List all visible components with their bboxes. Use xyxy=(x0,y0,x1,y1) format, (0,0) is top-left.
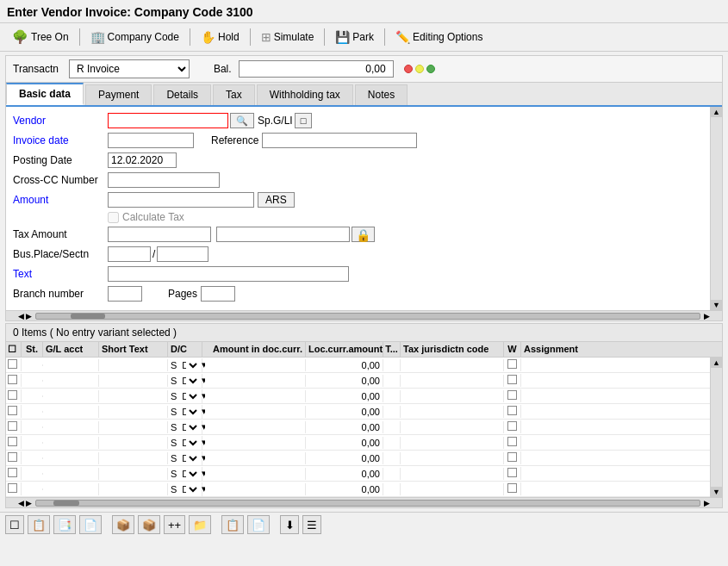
table-scroll-down-button[interactable]: ▼ xyxy=(711,487,722,497)
row-t-3[interactable] xyxy=(383,390,401,402)
row-short-8[interactable] xyxy=(99,468,168,480)
row-checkbox-8[interactable] xyxy=(6,467,22,480)
bal-input[interactable] xyxy=(239,60,394,78)
row-amt-7[interactable] xyxy=(202,452,306,464)
row-t-2[interactable] xyxy=(383,375,401,387)
h-scroll-left[interactable]: ◀ xyxy=(18,312,24,320)
row-w-8[interactable] xyxy=(504,467,521,480)
row-checkbox-1[interactable] xyxy=(6,358,22,371)
row-short-4[interactable] xyxy=(99,406,168,418)
amount-input[interactable] xyxy=(108,192,254,208)
reference-input[interactable] xyxy=(262,133,417,148)
table-h-scroll-left[interactable]: ◀ xyxy=(18,499,24,507)
row-t-4[interactable] xyxy=(383,406,401,418)
row-assign-3[interactable] xyxy=(521,390,710,402)
row-checkbox-7[interactable] xyxy=(6,451,22,464)
row-short-7[interactable] xyxy=(99,452,168,464)
row-tax-6[interactable] xyxy=(401,437,504,449)
table-h-scroll-end[interactable]: ▶ xyxy=(704,499,710,507)
row-amt-4[interactable] xyxy=(202,406,306,418)
tax-code-input[interactable] xyxy=(216,227,350,242)
row-tax-2[interactable] xyxy=(401,375,504,387)
row-w-3[interactable] xyxy=(504,389,521,402)
bottom-btn-8[interactable]: 📁 xyxy=(189,515,211,534)
row-t-7[interactable] xyxy=(383,452,401,464)
row-amt-5[interactable] xyxy=(202,421,306,433)
row-tax-3[interactable] xyxy=(401,390,504,402)
row-gl-4[interactable] xyxy=(43,406,99,418)
bottom-btn-5[interactable]: 📦 xyxy=(112,515,134,534)
bus-place-input[interactable] xyxy=(108,246,151,262)
row-short-9[interactable] xyxy=(99,483,168,495)
bottom-btn-12[interactable]: ☰ xyxy=(302,515,321,534)
row-w-6[interactable] xyxy=(504,436,521,449)
table-horizontal-scrollbar[interactable]: ◀ ▶ ▶ xyxy=(6,497,722,507)
row-tax-9[interactable] xyxy=(401,483,504,495)
row-t-5[interactable] xyxy=(383,421,401,433)
tax-amount-input[interactable] xyxy=(108,227,211,242)
row-gl-2[interactable] xyxy=(43,375,99,387)
row-gl-6[interactable] xyxy=(43,437,99,449)
row-dc-1[interactable]: S De_De_ ▾ xyxy=(168,358,202,372)
row-dc-9[interactable]: S De_ ▾ xyxy=(168,482,202,496)
row-w-1[interactable] xyxy=(504,358,521,371)
row-tax-5[interactable] xyxy=(401,421,504,433)
row-t-9[interactable] xyxy=(383,483,401,495)
sp-gl-lookup-button[interactable]: 🔍 xyxy=(230,113,254,128)
text-input[interactable] xyxy=(108,266,349,282)
row-checkbox-6[interactable] xyxy=(6,436,22,449)
row-tax-4[interactable] xyxy=(401,406,504,418)
tab-withholding-tax[interactable]: Withholding tax xyxy=(257,84,353,105)
row-short-2[interactable] xyxy=(99,375,168,387)
row-gl-5[interactable] xyxy=(43,421,99,433)
lock-button[interactable]: 🔒 xyxy=(352,227,375,242)
row-short-3[interactable] xyxy=(99,390,168,402)
table-h-scroll-right[interactable]: ▶ xyxy=(26,499,32,507)
currency-button[interactable]: ARS xyxy=(258,192,295,208)
row-short-1[interactable] xyxy=(99,359,168,371)
h-scroll-right[interactable]: ▶ xyxy=(26,312,32,320)
row-w-9[interactable] xyxy=(504,482,521,495)
bottom-btn-11[interactable]: ⬇ xyxy=(280,515,299,534)
scroll-down-button[interactable]: ▼ xyxy=(711,300,722,310)
row-gl-8[interactable] xyxy=(43,468,99,480)
row-gl-1[interactable] xyxy=(43,359,99,371)
row-checkbox-3[interactable] xyxy=(6,389,22,402)
sp-gl-action-button[interactable]: □ xyxy=(295,113,313,128)
row-assign-9[interactable] xyxy=(521,483,710,495)
table-scroll-up-button[interactable]: ▲ xyxy=(711,358,722,368)
row-assign-5[interactable] xyxy=(521,421,710,433)
branch-number-input[interactable] xyxy=(108,286,142,302)
invoice-date-input[interactable] xyxy=(108,133,194,148)
tab-payment[interactable]: Payment xyxy=(85,84,152,105)
tab-notes[interactable]: Notes xyxy=(355,84,408,105)
row-gl-9[interactable] xyxy=(43,483,99,495)
form-vertical-scrollbar[interactable]: ▲ ▼ xyxy=(710,107,722,310)
row-short-5[interactable] xyxy=(99,421,168,433)
row-w-4[interactable] xyxy=(504,405,521,418)
posting-date-input[interactable] xyxy=(108,152,177,168)
bottom-btn-3[interactable]: 📑 xyxy=(53,515,76,534)
row-dc-3[interactable]: S De_ ▾ xyxy=(168,389,202,403)
row-gl-3[interactable] xyxy=(43,390,99,402)
simulate-button[interactable]: ⊞ Simulate xyxy=(256,28,320,47)
row-tax-7[interactable] xyxy=(401,452,504,464)
table-vertical-scrollbar[interactable]: ▲ ▼ xyxy=(710,358,722,497)
cross-cc-input[interactable] xyxy=(108,172,220,188)
tab-basic-data[interactable]: Basic data xyxy=(6,83,84,105)
company-code-button[interactable]: 🏢 Company Code xyxy=(85,28,184,47)
tab-details[interactable]: Details xyxy=(153,84,211,105)
pages-input[interactable] xyxy=(201,286,235,302)
row-amt-1[interactable] xyxy=(202,359,306,371)
row-assign-6[interactable] xyxy=(521,437,710,449)
form-horizontal-scrollbar[interactable]: ◀ ▶ ▶ xyxy=(6,310,722,320)
tree-on-button[interactable]: 🌳 Tree On xyxy=(7,27,74,47)
hold-button[interactable]: ✋ Hold xyxy=(196,28,245,47)
bottom-btn-2[interactable]: 📋 xyxy=(28,515,50,534)
transaction-select[interactable]: R Invoice xyxy=(69,59,190,78)
row-gl-7[interactable] xyxy=(43,452,99,464)
row-t-1[interactable] xyxy=(383,359,401,371)
row-t-6[interactable] xyxy=(383,437,401,449)
row-assign-1[interactable] xyxy=(521,359,710,371)
row-checkbox-5[interactable] xyxy=(6,420,22,433)
